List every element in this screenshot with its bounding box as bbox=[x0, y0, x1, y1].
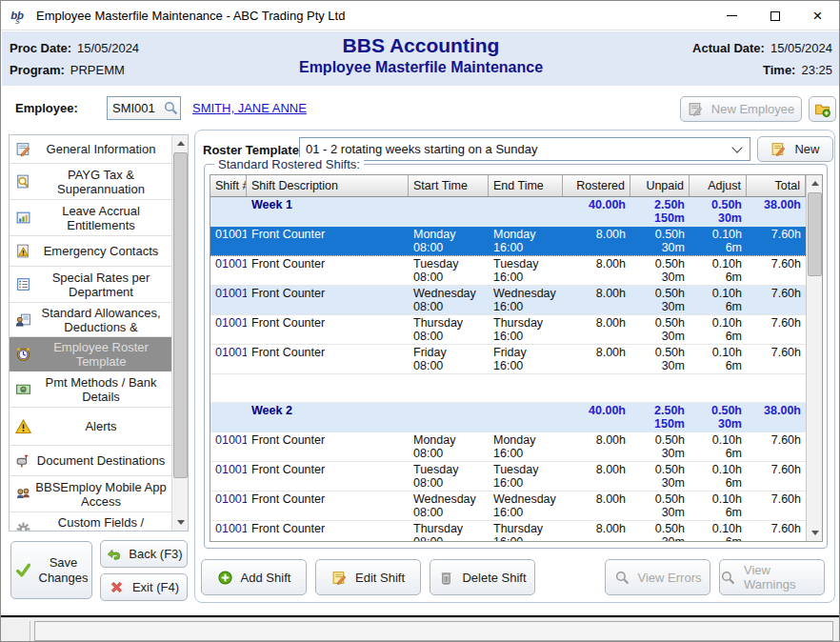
open-employee-folder-button[interactable] bbox=[809, 96, 836, 122]
sidebar-item-label: General Information bbox=[10, 142, 173, 156]
shift-number-cell: 01001 bbox=[210, 286, 247, 314]
end-time-cell: Monday16:00 bbox=[489, 432, 563, 461]
unpaid-cell: 0.50h30m bbox=[630, 492, 690, 520]
column-header-start-time: Start Time bbox=[409, 175, 489, 196]
scroll-up-button[interactable] bbox=[807, 175, 823, 191]
start-time-cell bbox=[409, 403, 489, 431]
end-time-cell: Tuesday16:00 bbox=[489, 256, 563, 285]
shift-row[interactable]: 01001Front CounterWednesday08:00Wednesda… bbox=[210, 286, 806, 315]
rostered-cell: 8.00h bbox=[563, 315, 630, 344]
shift-row[interactable]: 01001Front CounterFriday08:00Friday16:00… bbox=[210, 345, 806, 374]
shift-description-cell: Front Counter bbox=[247, 492, 409, 520]
scroll-down-button[interactable] bbox=[172, 514, 189, 531]
total-cell: 7.60h bbox=[747, 462, 806, 491]
rostered-cell: 40.00h bbox=[563, 197, 630, 226]
shift-description-cell: Front Counter bbox=[247, 521, 409, 541]
unpaid-cell: 0.50h30m bbox=[630, 256, 690, 285]
week-summary-row: Week 240.00h2.50h150m0.50h30m38.00h bbox=[210, 403, 806, 432]
sidebar-scrollbar[interactable] bbox=[171, 135, 188, 531]
shift-row[interactable]: 01001Front CounterMonday08:00Monday16:00… bbox=[210, 432, 806, 462]
back-button[interactable]: Back (F3) bbox=[100, 540, 188, 568]
warning-icon bbox=[15, 418, 31, 434]
exit-button[interactable]: Exit (F4) bbox=[100, 573, 188, 601]
adjust-cell: 0.10h6m bbox=[690, 345, 747, 373]
sidebar-item-label: Document Destinations bbox=[10, 453, 173, 468]
new-roster-template-button[interactable]: New bbox=[757, 136, 833, 162]
sidebar-item-standard-allowances-deductions[interactable]: Standard Allowances, Deductions & bbox=[10, 303, 173, 337]
search-icon[interactable] bbox=[163, 100, 179, 116]
notepad-pencil-icon bbox=[770, 141, 787, 157]
search-doc-icon bbox=[15, 173, 31, 190]
end-time-cell: Monday16:00 bbox=[489, 227, 563, 255]
unpaid-cell: 2.50h150m bbox=[630, 197, 690, 226]
shift-description-cell: Front Counter bbox=[247, 432, 409, 461]
end-time-cell: Tuesday16:00 bbox=[489, 462, 563, 491]
add-shift-button[interactable]: Add Shift bbox=[201, 559, 307, 595]
shift-row[interactable]: 01001Front CounterTuesday08:00Tuesday16:… bbox=[210, 462, 806, 492]
time-label: Time: bbox=[763, 63, 795, 77]
folder-add-icon bbox=[814, 101, 830, 117]
shifts-table: Shift #Shift DescriptionStart TimeEnd Ti… bbox=[210, 174, 823, 542]
scroll-down-button[interactable] bbox=[807, 525, 823, 541]
sidebar-item-leave-accrual-entitlements[interactable]: Leave Accrual Entitlements bbox=[10, 200, 173, 236]
sidebar-item-payg-tax-superannuation[interactable]: PAYG Tax & Superannuation bbox=[10, 164, 173, 200]
save-changes-button[interactable]: Save Changes bbox=[10, 541, 92, 599]
end-time-cell bbox=[489, 197, 563, 226]
edit-shift-button[interactable]: Edit Shift bbox=[315, 559, 421, 595]
sidebar-item-document-destinations[interactable]: Document Destinations bbox=[10, 446, 173, 476]
shift-row[interactable]: 01001Front CounterThursday08:00Thursday1… bbox=[210, 521, 806, 541]
back-arrow-icon bbox=[105, 546, 121, 562]
adjust-cell: 0.10h6m bbox=[690, 227, 747, 255]
shift-row[interactable]: 01001Front CounterWednesday08:00Wednesda… bbox=[210, 492, 806, 521]
notepad-pencil-icon bbox=[331, 570, 348, 586]
shift-number-cell: 01001 bbox=[210, 521, 247, 541]
close-button[interactable]: × bbox=[796, 1, 839, 30]
unpaid-cell: 2.50h150m bbox=[630, 403, 690, 431]
employee-label: Employee: bbox=[15, 101, 78, 115]
minimize-button[interactable] bbox=[710, 1, 753, 30]
sidebar-item-employee-roster-template[interactable]: Employee Roster Template bbox=[10, 337, 173, 371]
total-cell: 7.60h bbox=[747, 315, 806, 344]
table-scrollbar[interactable] bbox=[806, 175, 822, 541]
shift-number-cell: 01001 bbox=[210, 345, 247, 373]
money-icon bbox=[15, 381, 31, 397]
standard-rostered-shifts-group: Standard Rostered Shifts: Shift #Shift D… bbox=[204, 164, 828, 549]
sidebar-item-custom-fields-attributes[interactable]: Custom Fields / Attributes bbox=[10, 512, 173, 531]
sidebar-item-alerts[interactable]: Alerts bbox=[10, 408, 173, 446]
shift-row[interactable]: 01001Front CounterThursday08:00Thursday1… bbox=[210, 315, 806, 345]
rostered-cell: 8.00h bbox=[563, 345, 630, 373]
new-employee-button[interactable]: New Employee bbox=[680, 96, 802, 122]
shift-description-cell: Front Counter bbox=[247, 227, 409, 255]
end-time-cell: Thursday16:00 bbox=[489, 315, 563, 344]
scrollbar-thumb[interactable] bbox=[808, 192, 822, 276]
chevron-up-icon bbox=[811, 181, 819, 186]
week-summary-row: Week 140.00h2.50h150m0.50h30m38.00h bbox=[210, 197, 806, 227]
scroll-up-button[interactable] bbox=[172, 135, 189, 151]
adjust-cell: 0.10h6m bbox=[690, 521, 747, 541]
scrollbar-thumb[interactable] bbox=[173, 152, 188, 478]
roster-template-select[interactable]: 01 - 2 rotating weeks starting on a Sund… bbox=[299, 137, 750, 161]
start-time-cell: Tuesday08:00 bbox=[409, 256, 489, 285]
shift-row[interactable]: 01001Front CounterTuesday08:00Tuesday16:… bbox=[210, 256, 806, 286]
magnifier-icon bbox=[720, 570, 736, 586]
total-cell: 7.60h bbox=[747, 492, 806, 520]
view-warnings-button[interactable]: View Warnings bbox=[719, 559, 825, 595]
plus-circle-icon bbox=[217, 570, 233, 586]
status-cell bbox=[4, 621, 30, 641]
start-time-cell: Monday08:00 bbox=[409, 432, 489, 461]
sidebar-item-general-information[interactable]: General Information bbox=[10, 135, 173, 164]
sidebar-item-label: Employee Roster Template bbox=[10, 340, 173, 369]
view-errors-button[interactable]: View Errors bbox=[605, 559, 710, 595]
shift-number-cell: 01001 bbox=[210, 432, 247, 461]
employee-name-link[interactable]: SMITH, JANE ANNE bbox=[192, 101, 307, 115]
start-time-cell: Thursday08:00 bbox=[409, 315, 489, 344]
maximize-button[interactable] bbox=[753, 1, 796, 30]
adjust-cell: 0.10h6m bbox=[690, 462, 747, 491]
sidebar-item-special-rates-per-department[interactable]: Special Rates per Department bbox=[10, 267, 173, 303]
sidebar-item-pmt-methods-bank-details[interactable]: Pmt Methods / Bank Details bbox=[10, 371, 173, 408]
sidebar-item-bbsemploy-mobile-app-access[interactable]: BBSEmploy Mobile App Access bbox=[10, 476, 173, 512]
employee-code-input[interactable]: SMI001 bbox=[107, 96, 181, 120]
shift-row[interactable]: 01001Front CounterMonday08:00Monday16:00… bbox=[210, 227, 806, 256]
delete-shift-button[interactable]: Delete Shift bbox=[430, 559, 535, 595]
sidebar-item-emergency-contacts[interactable]: Emergency Contacts bbox=[10, 236, 173, 267]
